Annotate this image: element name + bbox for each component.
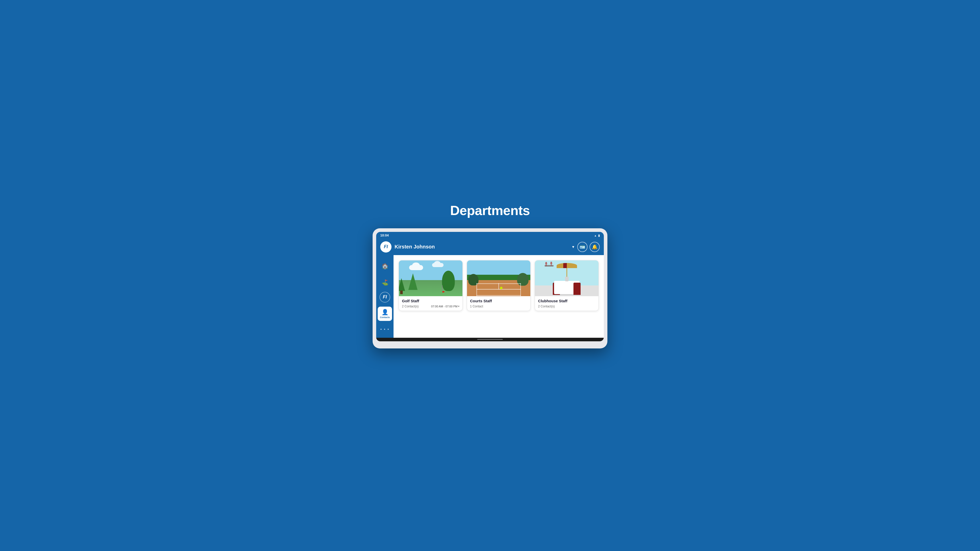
page-title: Departments [450,203,530,218]
dropdown-chevron-icon[interactable]: ▾ [572,245,574,249]
courts-staff-image [467,260,531,296]
courts-staff-card[interactable]: Courts Staff 1 Contact [467,260,531,311]
clubhouse-staff-card[interactable]: Clubhouse Staff 2 Contact(s) [535,260,599,311]
home-bar-indicator [477,339,503,340]
status-right [594,233,600,237]
sidebar-item-contacts[interactable]: 👤 Contacts [378,306,392,321]
sidebar-more-dots[interactable]: • • • [380,325,390,333]
tablet-home-bar [376,338,604,341]
main-content: 🏠 ⛳ FI 👤 Contacts • • • [376,255,604,338]
tablet-screen: 10:04 FI Kirsten Johnson ▾ 🪪 [376,232,604,341]
home-icon: 🏠 [382,263,388,270]
logo-icon: FI [380,241,391,252]
hours-chevron-icon: ▾ [458,305,460,308]
clubhouse-staff-image [535,260,598,296]
golf-staff-hours: 07:00 AM - 07:00 PM ▾ [431,305,459,308]
sidebar-contacts-label: Contacts [380,316,390,319]
contacts-icon: 👤 [382,309,388,316]
bell-icon: 🔔 [592,244,597,250]
status-bar: 10:04 [376,232,604,239]
courts-staff-contacts: 1 Contact [470,305,483,308]
golf-staff-contacts: 2 Contact(s) [402,305,418,308]
user-name-label: Kirsten Johnson [395,244,569,250]
notification-bell-button[interactable]: 🔔 [590,242,600,252]
wifi-icon [594,233,597,237]
golf-staff-title: Golf Staff [402,299,460,303]
brand-logo-icon: FI [383,294,387,300]
golf-staff-image [399,260,463,296]
app-header: FI Kirsten Johnson ▾ 🪪 🔔 [376,239,604,255]
golf-staff-meta: 2 Contact(s) 07:00 AM - 07:00 PM ▾ [402,305,460,308]
battery-icon [598,233,600,237]
clubhouse-staff-info: Clubhouse Staff 2 Contact(s) [535,296,598,311]
courts-staff-title: Courts Staff [470,299,528,303]
clubhouse-staff-contacts: 2 Contact(s) [538,305,555,308]
sidebar-item-home[interactable]: 🏠 [378,259,392,273]
status-time: 10:04 [380,233,389,237]
sidebar-item-golf[interactable]: ⛳ [378,275,392,290]
sidebar: 🏠 ⛳ FI 👤 Contacts • • • [376,255,393,338]
cards-container: Golf Staff 2 Contact(s) 07:00 AM - 07:00… [393,255,604,338]
golf-icon: ⛳ [382,279,388,286]
header-actions: ▾ 🪪 🔔 [572,242,600,252]
page-wrapper: Departments 10:04 FI Kirsten Johnson ▾ [0,0,980,551]
contact-card-button[interactable]: 🪪 [577,242,587,252]
golf-staff-card[interactable]: Golf Staff 2 Contact(s) 07:00 AM - 07:00… [399,260,463,311]
sidebar-item-brand[interactable]: FI [380,292,390,303]
golf-staff-info: Golf Staff 2 Contact(s) 07:00 AM - 07:00… [399,296,463,311]
clubhouse-staff-meta: 2 Contact(s) [538,305,595,308]
contact-card-icon: 🪪 [579,244,585,250]
courts-staff-info: Courts Staff 1 Contact [467,296,531,311]
clubhouse-staff-title: Clubhouse Staff [538,299,595,303]
courts-staff-meta: 1 Contact [470,305,528,308]
tablet-frame: 10:04 FI Kirsten Johnson ▾ 🪪 [372,228,608,348]
